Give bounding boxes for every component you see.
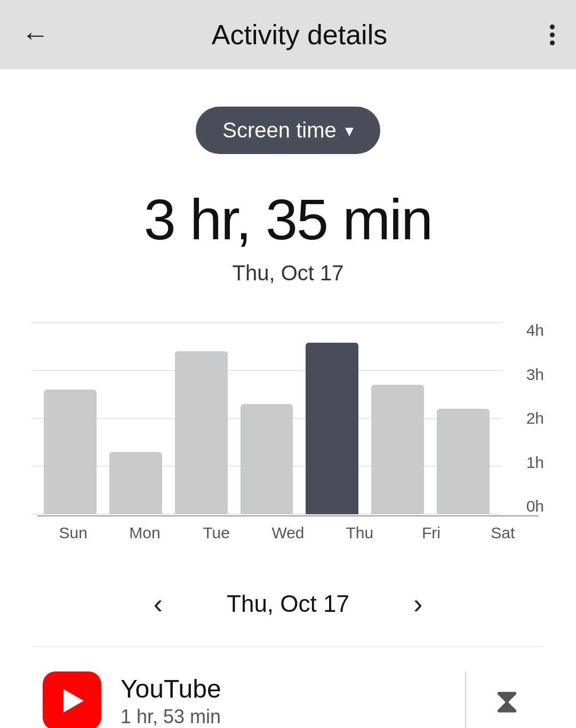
bar-group-mon[interactable]	[103, 452, 169, 514]
bar-group-sun[interactable]	[37, 390, 103, 514]
bar-wed	[241, 404, 293, 514]
prev-date-button[interactable]: ‹	[154, 588, 163, 620]
next-date-button[interactable]: ›	[413, 588, 422, 620]
grid-line-3h	[32, 370, 501, 371]
bar-sun	[44, 390, 97, 514]
filter-dropdown-icon: ▾	[345, 120, 354, 141]
set-timer-button[interactable]: ⧗	[485, 680, 528, 722]
x-label-sat: Sat	[467, 524, 539, 542]
x-axis-line	[37, 515, 539, 516]
x-label-wed: Wed	[252, 524, 324, 542]
bar-chart: 4h3h2h1h0h SunMonTueWedThuFriSat	[32, 322, 544, 558]
y-label-0h: 0h	[526, 498, 544, 514]
chart-area: 4h3h2h1h0h	[32, 322, 544, 514]
filter-label: Screen time	[222, 118, 336, 142]
current-date: Thu, Oct 17	[227, 591, 349, 617]
top-bar: ← Activity details	[0, 0, 576, 69]
main-content: Screen time ▾ 3 hr, 35 min Thu, Oct 17	[0, 69, 576, 728]
x-labels: SunMonTueWedThuFriSat	[32, 524, 544, 542]
y-label-1h: 1h	[526, 455, 544, 471]
x-label-fri: Fri	[395, 524, 467, 542]
summary-date: Thu, Oct 17	[32, 261, 544, 285]
bar-mon	[109, 452, 162, 514]
y-label-4h: 4h	[526, 322, 544, 338]
x-label-sun: Sun	[37, 524, 109, 542]
total-time: 3 hr, 35 min	[32, 186, 544, 253]
page-title: Activity details	[212, 19, 387, 51]
date-navigation: ‹ Thu, Oct 17 ›	[32, 558, 544, 646]
bar-group-tue[interactable]	[169, 351, 234, 514]
bar-group-fri[interactable]	[365, 385, 430, 514]
bar-tue	[175, 351, 228, 514]
y-label-2h: 2h	[526, 410, 544, 426]
y-label-3h: 3h	[526, 367, 544, 383]
youtube-icon	[43, 672, 101, 728]
app-row-divider	[465, 672, 466, 728]
x-label-thu: Thu	[324, 524, 395, 542]
grid-line-4h	[32, 322, 501, 323]
screen-time-filter[interactable]: Screen time ▾	[196, 107, 380, 154]
dot1	[550, 25, 555, 29]
bar-group-thu[interactable]	[299, 343, 365, 514]
youtube-play-icon	[63, 689, 84, 713]
dot2	[550, 33, 555, 37]
x-label-mon: Mon	[109, 524, 180, 542]
chart-bars-area	[32, 322, 501, 514]
app-time: 1 hr, 53 min	[121, 706, 446, 728]
app-info: YouTube 1 hr, 53 min	[121, 674, 446, 728]
hourglass-icon: ⧗	[495, 681, 519, 721]
filter-container: Screen time ▾	[32, 107, 544, 154]
bar-group-sat[interactable]	[430, 409, 496, 514]
x-label-tue: Tue	[181, 524, 252, 542]
bar-sat	[437, 409, 490, 514]
app-row-youtube[interactable]: YouTube 1 hr, 53 min ⧗	[32, 647, 544, 728]
bar-fri	[371, 385, 424, 514]
app-name: YouTube	[121, 674, 446, 703]
bar-thu	[306, 343, 358, 514]
back-button[interactable]: ←	[21, 21, 49, 48]
bar-group-wed[interactable]	[234, 404, 300, 514]
more-menu-button[interactable]	[550, 25, 555, 45]
y-axis: 4h3h2h1h0h	[501, 322, 544, 514]
dot3	[550, 41, 555, 45]
